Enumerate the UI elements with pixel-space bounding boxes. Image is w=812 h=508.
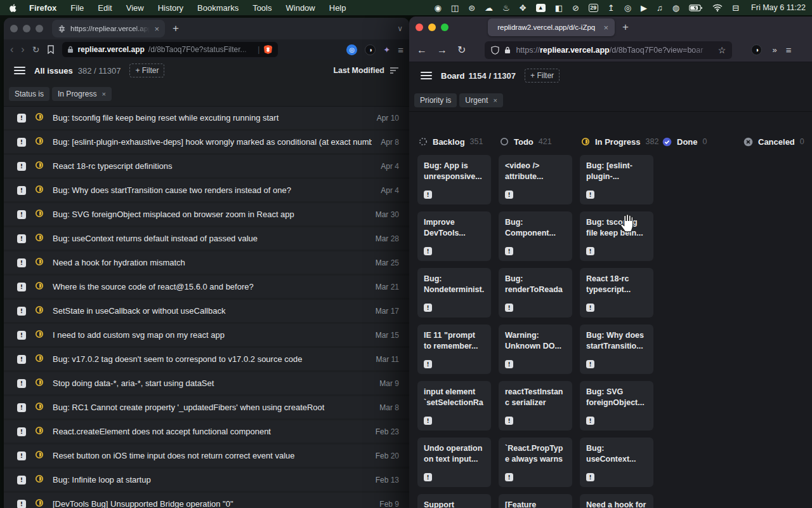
- priority-urgent-icon[interactable]: !: [17, 162, 26, 171]
- status-in-progress-icon[interactable]: [35, 209, 44, 220]
- menu-view[interactable]: View: [126, 3, 144, 13]
- window-layout-icon[interactable]: ◧: [555, 4, 563, 12]
- status-in-progress-icon[interactable]: [35, 161, 44, 172]
- sort-control[interactable]: Last Modified: [333, 66, 399, 75]
- apple-icon[interactable]: [9, 3, 18, 13]
- issue-row[interactable]: ! Bug: Why does startTransition cause tw…: [4, 179, 409, 201]
- filter-chip-field[interactable]: Priority is: [414, 93, 457, 107]
- menu-firefox[interactable]: Firefox: [29, 3, 56, 13]
- issue-card[interactable]: React 18-rc typescript... !: [580, 268, 653, 318]
- status-in-progress-icon[interactable]: [35, 450, 44, 462]
- filter-chip-value[interactable]: Urgent ×: [459, 93, 502, 107]
- status-in-progress-icon[interactable]: [35, 378, 44, 389]
- status-in-progress-icon[interactable]: [35, 305, 44, 317]
- issue-row[interactable]: ! Bug: v17.0.2 tag doesn't seem to corre…: [4, 348, 409, 370]
- priority-urgent-icon[interactable]: !: [505, 360, 513, 368]
- minimize-window-button[interactable]: [428, 23, 436, 31]
- timer-icon[interactable]: ⊘: [572, 4, 579, 12]
- onepassword-icon[interactable]: ◎: [346, 44, 357, 55]
- tracking-shield-icon[interactable]: [491, 46, 499, 55]
- issue-card[interactable]: input element `setSelectionRa !: [417, 381, 491, 431]
- priority-urgent-icon[interactable]: !: [586, 473, 594, 481]
- menubar-clock[interactable]: Fri May 6 11:22: [751, 3, 806, 12]
- priority-urgent-icon[interactable]: !: [17, 476, 26, 485]
- menu-window[interactable]: Window: [286, 3, 315, 13]
- menu-history[interactable]: History: [158, 3, 183, 13]
- issue-row[interactable]: ! Where is the source code of react@15.6…: [4, 276, 409, 298]
- forward-button[interactable]: ›: [21, 44, 24, 55]
- priority-urgent-icon[interactable]: !: [17, 427, 26, 436]
- tab-close-icon[interactable]: ×: [603, 23, 608, 32]
- issue-card[interactable]: <video /> attribute... !: [499, 155, 572, 204]
- zoom-window-button[interactable]: [441, 23, 449, 31]
- issue-card[interactable]: Bug: Why does startTransitio... !: [580, 324, 653, 374]
- priority-urgent-icon[interactable]: !: [586, 417, 594, 425]
- issue-row[interactable]: ! SetState in useCallback or without use…: [4, 300, 409, 322]
- priority-urgent-icon[interactable]: !: [586, 247, 594, 255]
- menu-edit[interactable]: Edit: [98, 3, 112, 13]
- traffic-lights-active[interactable]: [416, 23, 449, 31]
- priority-urgent-icon[interactable]: !: [17, 403, 26, 412]
- priority-urgent-icon[interactable]: !: [424, 247, 432, 255]
- issue-row[interactable]: ! [DevTools Bug] Unsupported Bridge oper…: [4, 493, 409, 508]
- browser-tab[interactable]: https://repliear.vercel.app/d/8b ×: [52, 20, 165, 37]
- priority-urgent-icon[interactable]: !: [17, 114, 26, 123]
- bookmark-star-icon[interactable]: ☆: [718, 45, 726, 55]
- issue-row[interactable]: ! Bug: [eslint-plugin-exhaustive-deps] h…: [4, 131, 409, 153]
- status-in-progress-icon[interactable]: [35, 185, 44, 196]
- priority-urgent-icon[interactable]: !: [17, 234, 26, 243]
- tab-list-chevron-icon[interactable]: ∨: [397, 24, 403, 33]
- close-window-button[interactable]: [416, 23, 423, 31]
- status-in-progress-icon[interactable]: [35, 402, 44, 413]
- wifi-icon[interactable]: [712, 4, 723, 11]
- issue-card[interactable]: reactTestInstanc serializer !: [499, 381, 572, 431]
- new-tab-button[interactable]: +: [622, 21, 629, 34]
- docker-icon[interactable]: ⊜: [468, 4, 475, 12]
- brave-shield-icon[interactable]: [263, 44, 273, 55]
- issue-row[interactable]: ! Bug: Infinite loop at startup Feb 13: [4, 469, 409, 491]
- reload-button[interactable]: ↻: [457, 44, 466, 56]
- issue-row[interactable]: ! Bug: RC1 Cannot create property '_upda…: [4, 396, 409, 418]
- menu-bookmarks[interactable]: Bookmarks: [197, 3, 239, 13]
- brew-icon[interactable]: ♨: [502, 4, 510, 12]
- priority-urgent-icon[interactable]: !: [505, 190, 513, 199]
- priority-urgent-icon[interactable]: !: [17, 186, 26, 195]
- issue-card[interactable]: IE 11 "prompt to remember... !: [417, 324, 491, 374]
- issue-card[interactable]: Bug: [eslint- plugin-... !: [580, 155, 653, 204]
- priority-urgent-icon[interactable]: !: [586, 190, 594, 199]
- url-field[interactable]: https:// repliear.vercel.app /d/8bTaoq7F…: [485, 41, 732, 59]
- priority-urgent-icon[interactable]: !: [17, 210, 26, 219]
- extension-icon[interactable]: ◑: [751, 44, 762, 55]
- status-in-progress-icon[interactable]: [35, 474, 44, 486]
- menu-icon[interactable]: ≡: [786, 44, 791, 55]
- issue-card[interactable]: Bug: tsconfig file keep bein... !: [580, 211, 653, 261]
- issue-row[interactable]: ! Reset button on iOS time input does no…: [4, 444, 409, 467]
- switch-icon[interactable]: ⊟: [732, 4, 739, 12]
- sidebar-menu-icon[interactable]: [14, 67, 25, 74]
- share-icon[interactable]: ↥: [608, 4, 615, 12]
- battery-icon[interactable]: [689, 4, 703, 11]
- issue-card[interactable]: Bug: renderToReadab !: [499, 268, 572, 318]
- issue-card[interactable]: Bug: Nondeterminist. !: [417, 268, 491, 318]
- zoom-window-button[interactable]: [36, 25, 43, 32]
- issue-row[interactable]: ! Stop doing data-*, aria-*, start using…: [4, 372, 409, 394]
- issue-row[interactable]: ! React 18-rc typescript definitions Apr…: [4, 155, 409, 177]
- priority-urgent-icon[interactable]: !: [424, 190, 432, 199]
- issue-card[interactable]: Undo operation on text input... !: [417, 438, 491, 487]
- priority-urgent-icon[interactable]: !: [17, 258, 26, 267]
- priority-urgent-icon[interactable]: !: [586, 360, 594, 368]
- priority-urgent-icon[interactable]: !: [17, 283, 26, 291]
- forward-button[interactable]: →: [437, 44, 447, 56]
- priority-urgent-icon[interactable]: !: [17, 451, 26, 460]
- screen-record-icon[interactable]: ◉: [435, 4, 442, 12]
- minimize-window-button[interactable]: [23, 25, 30, 32]
- sidebar-menu-icon[interactable]: [421, 72, 432, 79]
- filter-chip-close-icon[interactable]: ×: [102, 90, 105, 98]
- issue-row[interactable]: ! Bug: SVG foreignObject misplaced on br…: [4, 203, 409, 225]
- status-in-progress-icon[interactable]: [35, 426, 44, 438]
- issue-card[interactable]: Warning: Unknown DO... !: [499, 324, 572, 374]
- priority-urgent-icon[interactable]: !: [17, 379, 26, 388]
- priority-urgent-icon[interactable]: !: [424, 473, 432, 481]
- priority-urgent-icon[interactable]: !: [424, 360, 432, 368]
- rewards-icon[interactable]: ✦: [383, 45, 390, 55]
